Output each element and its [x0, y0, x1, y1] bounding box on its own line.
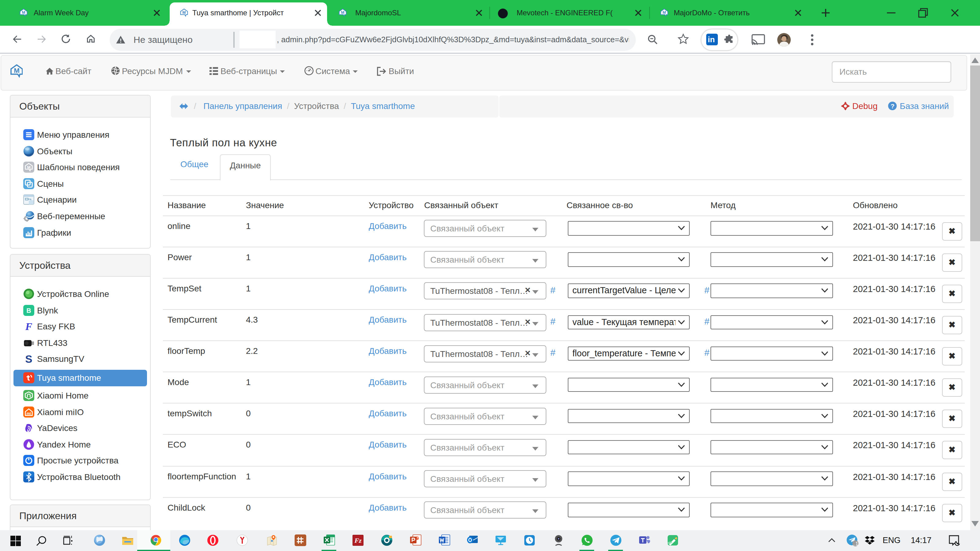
svg-text:M: M	[14, 67, 20, 74]
svg-text:Fz: Fz	[354, 537, 362, 544]
svg-text:..1: ..1	[853, 541, 858, 546]
